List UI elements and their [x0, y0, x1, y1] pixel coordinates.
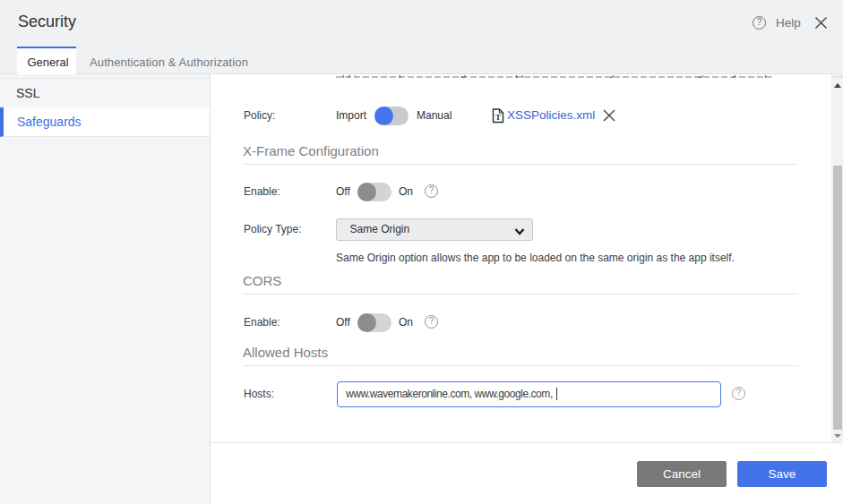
svg-text:T: T [495, 113, 501, 122]
